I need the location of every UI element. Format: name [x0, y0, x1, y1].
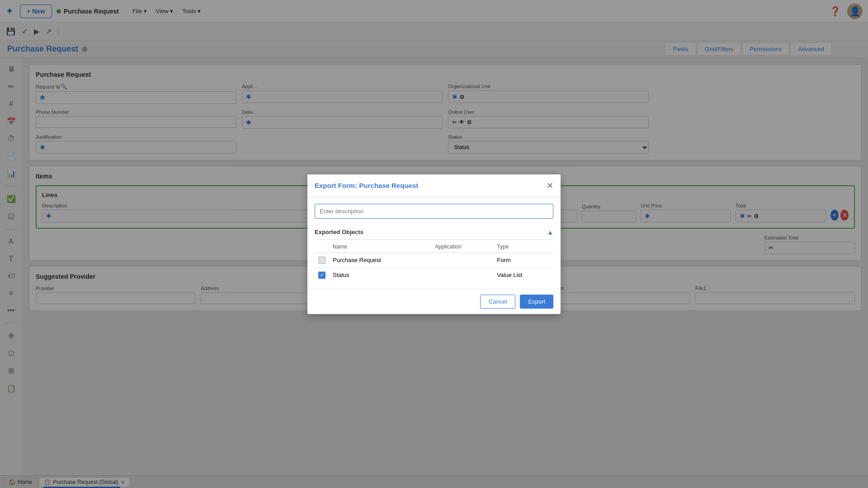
row2-checkbox-cell[interactable]: ✓ — [315, 267, 329, 282]
row1-type: Form — [493, 253, 553, 267]
row1-name: Purchase Request — [329, 253, 431, 267]
row2-type: Value List — [493, 267, 553, 282]
row2-checkbox[interactable]: ✓ — [318, 272, 326, 279]
export-modal: Export Form: Purchase Request ✕ Exported… — [307, 174, 561, 314]
cancel-button[interactable]: Cancel — [480, 295, 515, 309]
collapse-icon[interactable]: ▲ — [547, 229, 553, 236]
col-type-header: Type — [493, 240, 553, 253]
table-row: ✓ Status Value List — [315, 267, 553, 282]
objects-table: Name Application Type Purchase Request F… — [315, 240, 553, 282]
modal-footer: Cancel Export — [307, 289, 561, 314]
col-checkbox — [315, 240, 329, 253]
modal-overlay: Export Form: Purchase Request ✕ Exported… — [0, 0, 868, 488]
row1-application — [431, 253, 493, 267]
export-button[interactable]: Export — [520, 295, 553, 309]
objects-table-head: Name Application Type — [315, 240, 553, 253]
row1-checkbox-cell[interactable] — [315, 253, 329, 267]
modal-title: Export Form: Purchase Request — [315, 182, 418, 189]
modal-close-button[interactable]: ✕ — [547, 181, 553, 191]
row2-name: Status — [329, 267, 431, 282]
modal-body: Exported Objects ▲ Name Application Type — [307, 197, 561, 289]
modal-description-input[interactable] — [315, 204, 553, 219]
exported-objects-header: Exported Objects ▲ — [315, 225, 553, 240]
col-name-header: Name — [329, 240, 431, 253]
row2-application — [431, 267, 493, 282]
objects-table-body: Purchase Request Form ✓ Status Value Lis… — [315, 253, 553, 282]
modal-header: Export Form: Purchase Request ✕ — [307, 174, 561, 197]
col-application-header: Application — [431, 240, 493, 253]
row1-checkbox[interactable] — [318, 257, 326, 264]
table-row: Purchase Request Form — [315, 253, 553, 267]
exported-objects-title: Exported Objects — [315, 229, 363, 235]
